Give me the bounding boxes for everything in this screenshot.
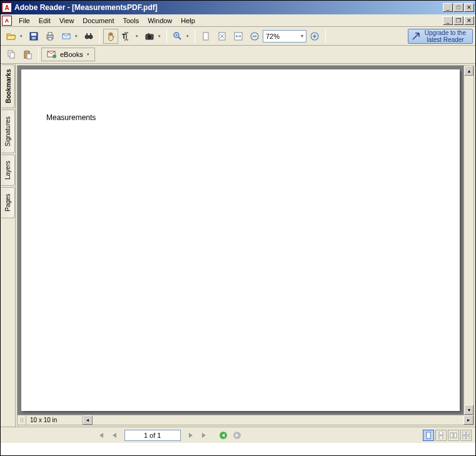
open-button[interactable] [4,29,25,44]
dropdown-arrow-icon: ▾ [301,33,303,39]
save-button[interactable] [26,29,41,44]
back-circle-icon [219,431,228,440]
title-bar: A Adobe Reader - [MeasurementsPDF.pdf] _… [1,1,475,14]
mdi-minimize-button[interactable]: _ [443,16,453,25]
last-page-icon [201,432,208,439]
svg-rect-10 [90,33,91,35]
email-button[interactable] [59,29,80,44]
copy-button[interactable] [4,47,19,62]
mdi-close-button[interactable]: ✕ [464,16,474,25]
svg-rect-19 [203,33,208,40]
svg-point-7 [85,35,89,39]
clipboard-icon [23,49,33,59]
magnifier-plus-icon [173,31,183,41]
snapshot-button[interactable] [142,29,163,44]
svg-rect-1 [31,33,36,36]
facing-icon [450,432,457,439]
continuous-icon [437,432,445,439]
resize-grip-icon[interactable]: ⁞⁞ [18,415,26,425]
svg-rect-44 [467,436,469,439]
zoom-in-tool-button[interactable] [170,29,191,44]
fit-page-button[interactable] [215,29,230,44]
status-bar: 1 of 1 [1,427,475,443]
next-page-button[interactable] [185,430,197,441]
copy-icon [6,49,16,59]
first-page-button[interactable] [94,430,107,441]
zoom-in-button[interactable] [307,29,322,44]
single-page-icon [425,432,432,439]
svg-rect-2 [32,37,36,39]
menu-view[interactable]: View [55,16,79,26]
facing-view-button[interactable] [448,430,459,441]
vertical-scrollbar[interactable]: ▴ ▾ [463,66,473,415]
menu-document[interactable]: Document [78,16,118,26]
svg-rect-36 [427,432,430,438]
svg-rect-37 [439,432,443,435]
envelope-icon [61,31,71,41]
document-icon[interactable]: A [2,16,12,26]
svg-text:T: T [122,33,126,40]
last-page-button[interactable] [198,430,211,441]
actual-size-button[interactable] [198,29,213,44]
scroll-left-button[interactable]: ◂ [83,415,93,425]
upgrade-button[interactable]: Upgrade to the latest Reader [408,29,473,44]
tab-bookmarks[interactable]: Bookmarks [1,64,15,108]
svg-rect-42 [467,432,469,435]
toolbar-secondary: eBooks [1,46,475,64]
tab-signatures[interactable]: Signatures [1,109,15,153]
scroll-right-button[interactable]: ▸ [463,415,473,425]
ebooks-label: eBooks [60,51,83,58]
print-button[interactable] [43,29,58,44]
upgrade-text-line2: latest Reader [425,36,466,43]
minus-circle-icon [250,32,259,41]
svg-rect-5 [48,38,52,40]
page-number-input[interactable]: 1 of 1 [124,430,181,441]
page-actual-icon [201,31,211,41]
menu-window[interactable]: Window [143,16,176,26]
paste-button[interactable] [20,47,35,62]
scroll-track-horizontal[interactable] [93,415,463,425]
first-page-icon [97,432,104,439]
menu-file[interactable]: File [14,16,34,26]
zoom-out-button[interactable] [247,29,262,44]
scroll-up-button[interactable]: ▴ [464,66,473,76]
select-text-button[interactable]: T [119,29,141,44]
pdf-page: Measurements [21,69,460,411]
close-button[interactable]: ✕ [464,3,474,12]
window-title: Adobe Reader - [MeasurementsPDF.pdf] [14,3,443,12]
search-button[interactable] [81,29,96,44]
scroll-down-button[interactable]: ▾ [464,405,473,415]
zoom-input[interactable]: 72% ▾ [263,30,306,43]
page-viewport[interactable]: Measurements [18,66,463,415]
continuous-view-button[interactable] [435,430,447,441]
single-page-view-button[interactable] [423,430,434,441]
minimize-button[interactable]: _ [443,3,453,12]
previous-view-button[interactable] [217,430,230,441]
hand-icon [106,31,116,41]
continuous-facing-view-button[interactable] [460,430,472,441]
menu-tools[interactable]: Tools [119,16,144,26]
document-wrapper: Measurements ▴ ▾ ⁞⁞ 10 x 10 in ◂ ▸ [17,65,474,425]
tab-layers[interactable]: Layers [1,155,15,186]
hand-tool-button[interactable] [103,29,118,44]
document-canvas: Measurements ▴ ▾ [18,66,473,415]
next-arrow-icon [188,432,194,439]
next-view-button[interactable] [231,430,243,441]
scroll-track-vertical[interactable] [464,76,473,405]
menu-edit[interactable]: Edit [34,16,55,26]
page-indicator-text: 1 of 1 [144,432,161,439]
maximize-button[interactable]: □ [453,3,463,12]
menu-bar: A File Edit View Document Tools Window H… [1,14,475,27]
page-navigation-group: 1 of 1 [94,430,243,441]
previous-page-button[interactable] [108,430,121,441]
svg-rect-30 [26,51,28,52]
ebooks-icon [47,50,57,59]
ebooks-button[interactable]: eBooks [41,48,95,61]
menu-help[interactable]: Help [176,16,200,26]
tab-pages[interactable]: Pages [1,187,15,218]
mdi-restore-button[interactable]: ❐ [453,16,463,25]
svg-rect-14 [148,33,149,34]
fit-width-button[interactable] [231,29,246,44]
svg-rect-28 [10,53,14,58]
svg-point-8 [89,35,93,39]
